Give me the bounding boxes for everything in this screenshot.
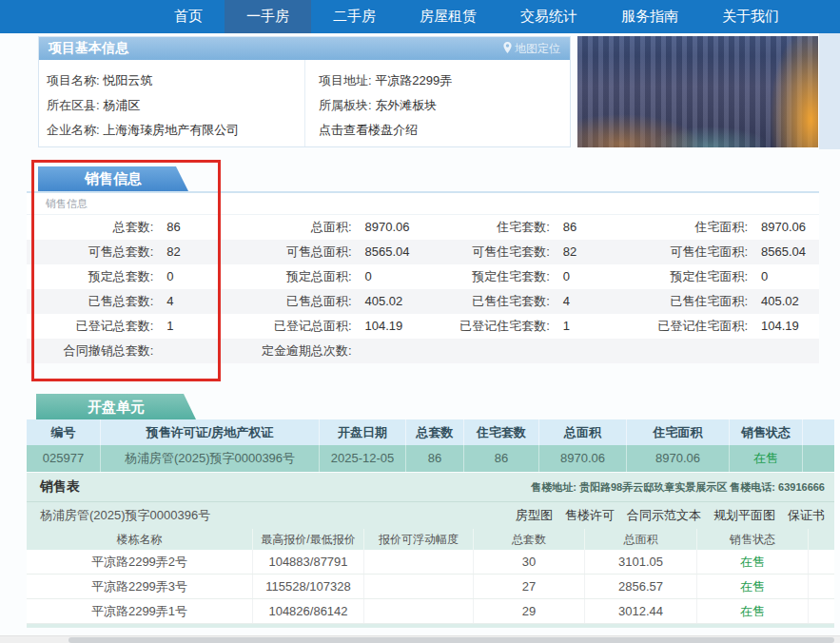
- horizontal-scrollbar[interactable]: [0, 635, 840, 643]
- nav-item-statistics[interactable]: 交易统计: [498, 0, 599, 33]
- sales-permit-link[interactable]: 售楼许可: [565, 507, 615, 524]
- field-pair: 已登记住宅面积:104.19: [621, 314, 819, 339]
- field-label: 已售总套数:: [27, 289, 153, 314]
- map-locate-label: 地图定位: [515, 41, 560, 57]
- map-pin-icon: [503, 42, 512, 56]
- field-value: 4: [550, 289, 570, 314]
- status-badge: 在售: [730, 445, 803, 472]
- building-row[interactable]: 平凉路2299弄2号 104883/87791 30 3101.05 在售: [27, 550, 834, 575]
- column-header: 总套数: [474, 529, 585, 550]
- sales-sheet-section: 销售表 售楼地址: 贵阳路98弄云邸玖章实景展示区 售楼电话: 63916666…: [27, 473, 834, 628]
- developer-link[interactable]: 上海海瑧房地产有限公司: [103, 123, 239, 137]
- field-label: 合同撤销总套数:: [27, 339, 153, 363]
- field-pair: 预定住宅套数:0: [423, 264, 621, 289]
- guarantee-link[interactable]: 保证书: [788, 507, 825, 524]
- field-label: 已登记总面积:: [225, 314, 351, 339]
- status-badge: 在售: [697, 550, 809, 574]
- column-header: 开盘日期: [320, 419, 406, 445]
- buildings-header-row: 楼栋名称 最高报价/最低报价 报价可浮动幅度 总套数 总面积 销售状态: [27, 529, 834, 550]
- sales-sheet-header: 销售表 售楼地址: 贵阳路98弄云邸玖章实景展示区 售楼电话: 63916666: [27, 473, 834, 502]
- field-value: 86: [550, 215, 576, 240]
- field-label: 已售住宅面积:: [621, 289, 748, 314]
- nav-item-guide[interactable]: 服务指南: [599, 0, 700, 33]
- nav-item-home[interactable]: 首页: [152, 0, 225, 33]
- background-strip: [819, 33, 840, 149]
- field-label: 可售住宅面积:: [621, 240, 748, 264]
- field-value: 0: [748, 264, 768, 289]
- sales-row-cancelled: 合同撤销总套数: 定金逾期总次数:: [27, 339, 819, 363]
- project-name-value: 悦阳云筑: [103, 73, 152, 88]
- cell-filler: [803, 445, 834, 472]
- column-header: 住宅套数: [464, 419, 539, 445]
- units-cell: 27: [474, 575, 585, 598]
- cell-filler: [809, 575, 834, 598]
- permit-number: 杨浦房管(2025)预字0000396号: [40, 507, 210, 524]
- unit-id-cell: 025977: [27, 445, 101, 472]
- sales-row-reserved: 预定总套数:0 预定总面积:0 预定住宅套数:0 预定住宅面积:0: [27, 264, 819, 289]
- nav-item-about[interactable]: 关于我们: [700, 0, 801, 33]
- field-label: 预定住宅面积:: [621, 264, 748, 289]
- sales-sheet-subheader: 杨浦房管(2025)预字0000396号 房型图 售楼许可 合同示范文本 规划平…: [27, 502, 834, 529]
- floorplan-link[interactable]: 房型图: [516, 507, 553, 524]
- tab-opening-units: 开盘单元: [36, 394, 196, 419]
- field-value: 4: [153, 289, 173, 314]
- field-value: 8565.04: [352, 240, 410, 264]
- project-photo: [577, 36, 818, 147]
- field-value: 1: [153, 314, 173, 339]
- sales-row-sellable: 可售总套数:82 可售总面积:8565.04 可售住宅套数:82 可售住宅面积:…: [27, 240, 819, 264]
- field-value: 82: [550, 240, 576, 264]
- plate-value: 东外滩板块: [375, 98, 437, 112]
- field-value: 8970.06: [352, 215, 410, 240]
- building-row[interactable]: 平凉路2299弄1号 104826/86142 29 3012.44 在售: [27, 599, 834, 624]
- district-label: 所在区县:: [47, 98, 100, 112]
- nav-item-resale[interactable]: 二手房: [311, 0, 398, 33]
- field-label: [423, 339, 550, 363]
- building-row[interactable]: 平凉路2299弄3号 115528/107328 27 2856.57 在售: [27, 575, 834, 599]
- price-range-cell: 115528/107328: [253, 575, 364, 598]
- map-locate-link[interactable]: 地图定位: [503, 41, 560, 57]
- units-cell: 30: [474, 550, 585, 574]
- field-label: 可售住宅套数:: [423, 240, 550, 264]
- field-value: 82: [153, 240, 180, 264]
- nav-item-rental[interactable]: 房屋租赁: [398, 0, 498, 33]
- permit-cell: 杨浦房管(2025)预字0000396号: [101, 445, 320, 472]
- sales-row-sold: 已售总套数:4 已售总面积:405.02 已售住宅套数:4 已售住宅面积:405…: [27, 289, 819, 314]
- address-label: 项目地址:: [319, 73, 372, 88]
- horizontal-scrollbar-thumb[interactable]: [68, 637, 834, 643]
- site-plan-link[interactable]: 规划平面图: [713, 507, 775, 524]
- sales-info-subtitle: 销售信息: [27, 193, 819, 215]
- field-label: 预定住宅套数:: [423, 264, 550, 289]
- column-header: 报价可浮动幅度: [364, 529, 474, 550]
- price-range-cell: 104826/86142: [253, 599, 364, 623]
- price-float-cell: [364, 599, 474, 623]
- column-header: 总面积: [539, 419, 627, 445]
- project-info-title: 项目基本信息: [49, 40, 128, 57]
- field-pair: 已登记总面积:104.19: [225, 314, 422, 339]
- field-value: [550, 339, 563, 363]
- field-pair: 可售住宅套数:82: [423, 240, 621, 264]
- building-intro-link[interactable]: 点击查看楼盘介绍: [319, 123, 418, 137]
- office-phone-value: 63916666: [778, 481, 825, 493]
- nav-item-new-homes[interactable]: 一手房: [225, 0, 311, 33]
- field-pair: 预定住宅面积:0: [621, 264, 819, 289]
- field-label: 可售总面积:: [225, 240, 351, 264]
- opening-units-data-row[interactable]: 025977 杨浦房管(2025)预字0000396号 2025-12-05 8…: [27, 445, 834, 472]
- page: 首页 一手房 二手房 房屋租赁 交易统计 服务指南 关于我们 项目基本信息 地图…: [0, 0, 840, 643]
- intro-row: 点击查看楼盘介绍: [319, 118, 570, 143]
- status-badge: 在售: [697, 599, 809, 623]
- column-header: 编号: [27, 419, 101, 445]
- field-value: 8970.06: [748, 215, 806, 240]
- contract-sample-link[interactable]: 合同示范文本: [627, 507, 701, 524]
- field-label: 预定总面积:: [225, 264, 351, 289]
- sales-row-total: 总套数:86 总面积:8970.06 住宅套数:86 住宅面积:8970.06: [27, 215, 819, 240]
- field-value: 0: [153, 264, 173, 289]
- price-range-cell: 104883/87791: [253, 550, 364, 574]
- field-pair: 已售住宅面积:405.02: [621, 289, 819, 314]
- sales-row-registered: 已登记总套数:1 已登记总面积:104.19 已登记住宅套数:1 已登记住宅面积…: [27, 314, 819, 339]
- project-name-label: 项目名称:: [47, 73, 100, 88]
- price-float-cell: [364, 575, 474, 598]
- project-info-card: 项目基本信息 地图定位 项目名称: 悦阳云筑 所在区县: 杨浦区 企业名称: [38, 36, 571, 147]
- sales-sheet-title: 销售表: [40, 478, 80, 496]
- column-header-filler: [803, 419, 834, 445]
- field-pair: 住宅面积:8970.06: [621, 215, 819, 240]
